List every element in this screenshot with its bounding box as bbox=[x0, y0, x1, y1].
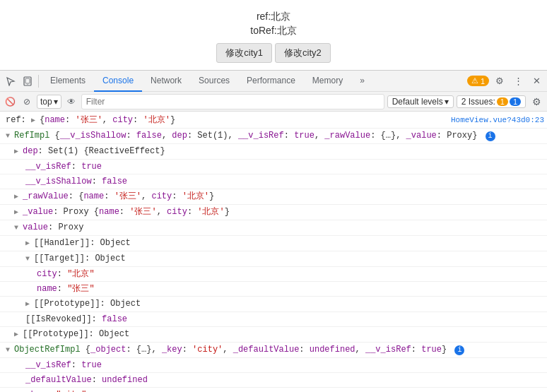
top-selector[interactable]: top ▾ bbox=[37, 95, 61, 109]
more-icon[interactable]: ⋮ bbox=[510, 73, 526, 89]
tab-memory[interactable]: Memory bbox=[304, 71, 351, 92]
console-line: ref: {name: '张三', city: '北京'} HomeView.v… bbox=[0, 113, 547, 129]
modify-city1-button[interactable]: 修改city1 bbox=[216, 43, 272, 63]
line-text: __v_isRef: true bbox=[25, 160, 544, 173]
eye-icon[interactable]: 👁 bbox=[64, 95, 78, 109]
warning-icon: ⚠ bbox=[471, 76, 478, 85]
toolbar-divider bbox=[38, 75, 39, 88]
line-text: [[Target]]: Object bbox=[25, 252, 544, 266]
expand-arrow[interactable] bbox=[25, 237, 34, 250]
expand-arrow[interactable] bbox=[14, 191, 23, 203]
svg-rect-1 bbox=[25, 78, 30, 83]
default-levels-arrow: ▾ bbox=[445, 97, 449, 107]
block-icon[interactable]: ⊘ bbox=[20, 95, 34, 109]
line-text: name: "张三" bbox=[37, 283, 544, 295]
console-line: dep: Set(1) {ReactiveEffect} bbox=[0, 144, 547, 160]
expand-arrow[interactable] bbox=[6, 344, 14, 357]
line-text: ObjectRefImpl {_object: {…}, _key: 'city… bbox=[6, 343, 544, 357]
line-text: _value: Proxy {name: '张三', city: '北京'} bbox=[14, 206, 544, 219]
tab-elements[interactable]: Elements bbox=[42, 71, 94, 92]
top-arrow: ▾ bbox=[54, 97, 58, 107]
issues-info-count: 1 bbox=[510, 97, 521, 106]
cursor-icon[interactable] bbox=[3, 73, 18, 89]
toolbar-right: ⚠ 1 ⚙ ⋮ ✕ bbox=[467, 73, 544, 89]
line-text: __v_isRef: true bbox=[25, 359, 544, 372]
console-line: _defaultValue: undefined bbox=[0, 373, 547, 388]
device-icon[interactable] bbox=[20, 73, 35, 89]
clear-icon[interactable]: 🚫 bbox=[3, 95, 17, 109]
line-label: ref: bbox=[6, 115, 31, 125]
console-line: [[Handler]]: Object bbox=[0, 236, 547, 251]
issues-warn-count: 1 bbox=[497, 97, 508, 106]
line-text: RefImpl {__v_isShallow: false, dep: Set(… bbox=[6, 129, 544, 143]
line-text: [[Prototype]]: Object bbox=[14, 328, 544, 341]
console-line: RefImpl {__v_isShallow: false, dep: Set(… bbox=[0, 129, 547, 144]
line-text: value: Proxy bbox=[14, 221, 544, 234]
console-line: value: Proxy bbox=[0, 220, 547, 236]
devtools-panel: Elements Console Network Sources Perform… bbox=[0, 70, 547, 392]
console-line: _key: "city" bbox=[0, 388, 547, 392]
console-line: name: "张三" bbox=[0, 282, 547, 297]
issues-label: 2 Issues: bbox=[461, 97, 495, 107]
default-levels-label: Default levels bbox=[392, 97, 443, 107]
line-text: dep: Set(1) {ReactiveEffect} bbox=[14, 145, 544, 158]
expand-arrow[interactable] bbox=[6, 130, 14, 143]
tab-console[interactable]: Console bbox=[94, 71, 142, 92]
console-line: _rawValue: {name: '张三', city: '北京'} bbox=[0, 189, 547, 205]
tab-more[interactable]: » bbox=[351, 71, 373, 92]
line-text: __v_isShallow: false bbox=[25, 175, 544, 188]
expand-arrow[interactable] bbox=[31, 114, 40, 127]
console-line: [[IsRevoked]]: false bbox=[0, 312, 547, 327]
filter-input[interactable] bbox=[81, 94, 384, 109]
expand-arrow[interactable] bbox=[14, 206, 23, 219]
expand-arrow[interactable] bbox=[14, 328, 23, 341]
svg-point-2 bbox=[28, 84, 28, 85]
ref-line2: toRef:北京 bbox=[0, 25, 547, 37]
expand-arrow[interactable] bbox=[14, 222, 23, 234]
console-line: __v_isRef: true bbox=[0, 160, 547, 174]
tab-performance[interactable]: Performance bbox=[238, 71, 304, 92]
default-levels-selector[interactable]: Default levels ▾ bbox=[387, 95, 454, 108]
info-icon[interactable]: i bbox=[486, 131, 495, 141]
line-text: _rawValue: {name: '张三', city: '北京'} bbox=[14, 190, 544, 203]
modify-city2-button[interactable]: 修改city2 bbox=[275, 43, 331, 63]
devtools-tabs: Elements Console Network Sources Perform… bbox=[42, 71, 466, 92]
issues-badge[interactable]: 2 Issues: 1 1 bbox=[457, 95, 526, 108]
line-text: ref: {name: '张三', city: '北京'} bbox=[6, 114, 451, 127]
info-icon[interactable]: i bbox=[454, 345, 464, 355]
line-text: city: "北京" bbox=[37, 268, 544, 280]
expand-arrow[interactable] bbox=[25, 298, 34, 311]
console-toolbar: 🚫 ⊘ top ▾ 👁 Default levels ▾ 2 Issues: 1… bbox=[0, 92, 547, 112]
top-label: top bbox=[40, 97, 52, 107]
console-line: [[Prototype]]: Object bbox=[0, 327, 547, 343]
console-settings-icon[interactable]: ⚙ bbox=[529, 94, 544, 109]
page-buttons: 修改city1 修改city2 bbox=[0, 43, 547, 63]
console-line: _value: Proxy {name: '张三', city: '北京'} bbox=[0, 205, 547, 220]
devtools-top-toolbar: Elements Console Network Sources Perform… bbox=[0, 71, 547, 92]
ref-line1: ref:北京 bbox=[0, 11, 547, 23]
line-text: [[Handler]]: Object bbox=[25, 237, 544, 250]
warning-count: 1 bbox=[481, 77, 485, 85]
page-content: ref:北京 toRef:北京 修改city1 修改city2 bbox=[0, 0, 547, 70]
console-line: [[Prototype]]: Object bbox=[0, 297, 547, 312]
expand-arrow[interactable] bbox=[25, 253, 34, 266]
tab-sources[interactable]: Sources bbox=[190, 71, 238, 92]
line-text: _defaultValue: undefined bbox=[25, 374, 544, 386]
console-line: city: "北京" bbox=[0, 267, 547, 282]
warning-badge: ⚠ 1 bbox=[467, 76, 489, 86]
console-output: ref: {name: '张三', city: '北京'} HomeView.v… bbox=[0, 112, 547, 392]
line-text: _key: "city" bbox=[25, 388, 544, 392]
expand-arrow[interactable] bbox=[14, 145, 23, 158]
console-line: __v_isRef: true bbox=[0, 358, 547, 373]
console-line: ObjectRefImpl {_object: {…}, _key: 'city… bbox=[0, 343, 547, 358]
console-line: __v_isShallow: false bbox=[0, 174, 547, 189]
line-source[interactable]: HomeView.vue?43d0:23 bbox=[451, 114, 544, 126]
settings-icon[interactable]: ⚙ bbox=[492, 73, 507, 89]
line-text: [[IsRevoked]]: false bbox=[25, 313, 544, 326]
close-icon[interactable]: ✕ bbox=[529, 73, 544, 89]
console-line: [[Target]]: Object bbox=[0, 251, 547, 267]
tab-network[interactable]: Network bbox=[142, 71, 190, 92]
line-text: [[Prototype]]: Object bbox=[25, 297, 544, 311]
